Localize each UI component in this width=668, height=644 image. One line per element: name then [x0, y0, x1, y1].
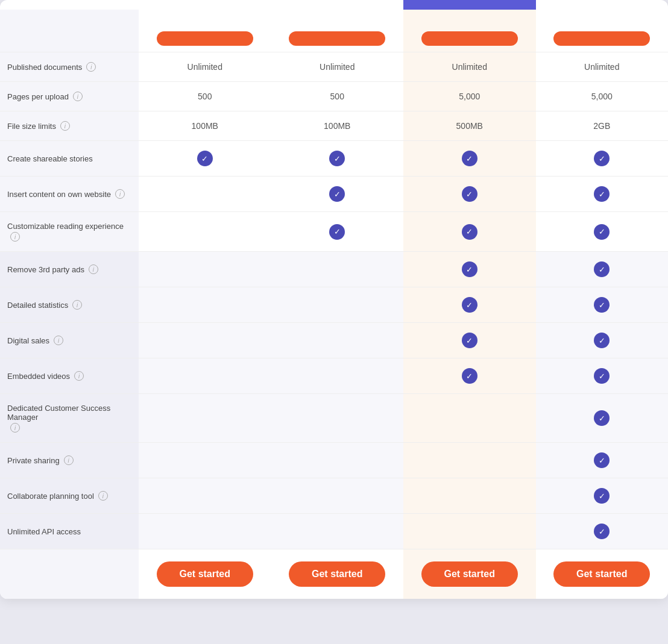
- value-text-1-2: 5,000: [459, 92, 480, 101]
- feature-text-10: Dedicated Customer Success Manager: [7, 404, 131, 422]
- feature-value-6-1: [271, 251, 404, 287]
- feature-label-text-6: Remove 3rd party adsi: [7, 264, 98, 274]
- header-optimum: [536, 10, 669, 52]
- feature-value-1-2: 5,000: [403, 81, 536, 111]
- feature-value-2-3: 2GB: [536, 111, 669, 140]
- header-premium: [403, 10, 536, 52]
- check-icon-11-3: ✓: [594, 452, 610, 468]
- feature-value-11-0: [139, 442, 271, 478]
- get-started-optimum[interactable]: [553, 31, 650, 46]
- check-icon-3-0: ✓: [197, 151, 213, 166]
- feature-value-5-1: ✓: [271, 211, 404, 251]
- get-started-basic[interactable]: [157, 31, 253, 46]
- bottom-get-started-optimum[interactable]: Get started: [553, 561, 650, 587]
- get-started-starter[interactable]: [289, 31, 385, 46]
- feature-value-13-0: [139, 513, 271, 549]
- feature-value-11-1: [271, 442, 404, 478]
- value-text-1-0: 500: [198, 92, 212, 101]
- feature-label-text-12: Collaborate planning tooli: [7, 491, 108, 501]
- feature-row-1: Pages per uploadi5005005,0005,000: [0, 81, 668, 111]
- feature-text-8: Digital sales: [7, 336, 49, 345]
- feature-value-12-0: [139, 478, 271, 513]
- feature-label-13: Unlimited API access: [0, 513, 139, 549]
- feature-row-12: Collaborate planning tooli✓: [0, 478, 668, 513]
- info-icon-7[interactable]: i: [72, 300, 82, 310]
- feature-value-9-0: [139, 358, 271, 393]
- info-icon-10[interactable]: i: [10, 423, 20, 433]
- info-icon-1[interactable]: i: [73, 92, 83, 101]
- feature-value-13-2: [403, 513, 536, 549]
- feature-value-2-0: 100MB: [139, 111, 271, 140]
- info-icon-0[interactable]: i: [86, 62, 96, 72]
- check-icon-4-1: ✓: [329, 186, 345, 202]
- value-text-0-0: Unlimited: [187, 62, 222, 72]
- feature-label-text-1: Pages per uploadi: [7, 92, 83, 101]
- feature-text-13: Unlimited API access: [7, 527, 81, 536]
- value-text-2-1: 100MB: [324, 121, 350, 131]
- feature-row-10: Dedicated Customer Success Manageri✓: [0, 393, 668, 442]
- info-icon-2[interactable]: i: [60, 121, 70, 131]
- feature-value-10-0: [139, 393, 271, 442]
- feature-text-1: Pages per upload: [7, 92, 69, 101]
- feature-value-4-0: [139, 176, 271, 211]
- value-text-1-3: 5,000: [591, 92, 613, 101]
- feature-value-0-0: Unlimited: [139, 52, 271, 81]
- feature-row-9: Embedded videosi✓✓: [0, 358, 668, 393]
- check-icon-4-3: ✓: [594, 186, 610, 202]
- feature-label-3: Create shareable stories: [0, 140, 139, 176]
- feature-value-5-2: ✓: [403, 211, 536, 251]
- feature-text-2: File size limits: [7, 122, 56, 131]
- feature-value-4-1: ✓: [271, 176, 404, 211]
- feature-value-0-3: Unlimited: [536, 52, 669, 81]
- feature-text-7: Detailed statistics: [7, 301, 68, 310]
- feature-label-8: Digital salesi: [0, 322, 139, 358]
- feature-value-6-2: ✓: [403, 251, 536, 287]
- check-icon-7-2: ✓: [462, 297, 477, 313]
- bottom-btn-cell-optimum: Get started: [536, 549, 669, 599]
- feature-label-text-7: Detailed statisticsi: [7, 300, 82, 310]
- feature-label-text-5: Customizable reading experiencei: [7, 222, 131, 242]
- feature-row-3: Create shareable stories✓✓✓✓: [0, 140, 668, 176]
- info-icon-5[interactable]: i: [10, 232, 20, 242]
- check-icon-10-3: ✓: [594, 410, 610, 426]
- pricing-table: [0, 0, 668, 52]
- info-icon-6[interactable]: i: [89, 264, 98, 274]
- feature-value-6-0: [139, 251, 271, 287]
- check-icon-4-2: ✓: [462, 186, 477, 202]
- feature-label-10: Dedicated Customer Success Manageri: [0, 393, 139, 442]
- feature-value-5-0: [139, 211, 271, 251]
- feature-label-11: Private sharingi: [0, 442, 139, 478]
- feature-label-5: Customizable reading experiencei: [0, 211, 139, 251]
- feature-row-8: Digital salesi✓✓: [0, 322, 668, 358]
- feature-value-7-3: ✓: [536, 287, 669, 322]
- info-icon-11[interactable]: i: [64, 455, 74, 465]
- feature-label-7: Detailed statisticsi: [0, 287, 139, 322]
- feature-row-6: Remove 3rd party adsi✓✓: [0, 251, 668, 287]
- feature-value-9-2: ✓: [403, 358, 536, 393]
- check-icon-3-1: ✓: [329, 151, 345, 166]
- feature-text-5: Customizable reading experience: [7, 222, 124, 231]
- feature-label-6: Remove 3rd party adsi: [0, 251, 139, 287]
- bottom-get-started-basic[interactable]: Get started: [157, 561, 253, 587]
- info-icon-8[interactable]: i: [54, 336, 63, 345]
- feature-row-7: Detailed statisticsi✓✓: [0, 287, 668, 322]
- value-text-2-2: 500MB: [456, 121, 483, 131]
- feature-label-12: Collaborate planning tooli: [0, 478, 139, 513]
- feature-value-10-3: ✓: [536, 393, 669, 442]
- feature-value-1-3: 5,000: [536, 81, 669, 111]
- info-icon-12[interactable]: i: [98, 491, 108, 501]
- bottom-get-started-starter[interactable]: Get started: [289, 561, 385, 587]
- feature-value-5-3: ✓: [536, 211, 669, 251]
- check-icon-6-2: ✓: [462, 261, 477, 277]
- feature-label-text-2: File size limitsi: [7, 121, 70, 131]
- get-started-premium[interactable]: [421, 31, 518, 46]
- bottom-get-started-premium[interactable]: Get started: [421, 561, 518, 587]
- bottom-btn-cell-basic: Get started: [139, 549, 271, 599]
- info-icon-9[interactable]: i: [74, 371, 84, 381]
- feature-label-text-4: Insert content on own websitei: [7, 189, 125, 199]
- feature-value-6-3: ✓: [536, 251, 669, 287]
- feature-value-3-3: ✓: [536, 140, 669, 176]
- feature-row-13: Unlimited API access✓: [0, 513, 668, 549]
- info-icon-4[interactable]: i: [115, 189, 125, 199]
- feature-value-1-0: 500: [139, 81, 271, 111]
